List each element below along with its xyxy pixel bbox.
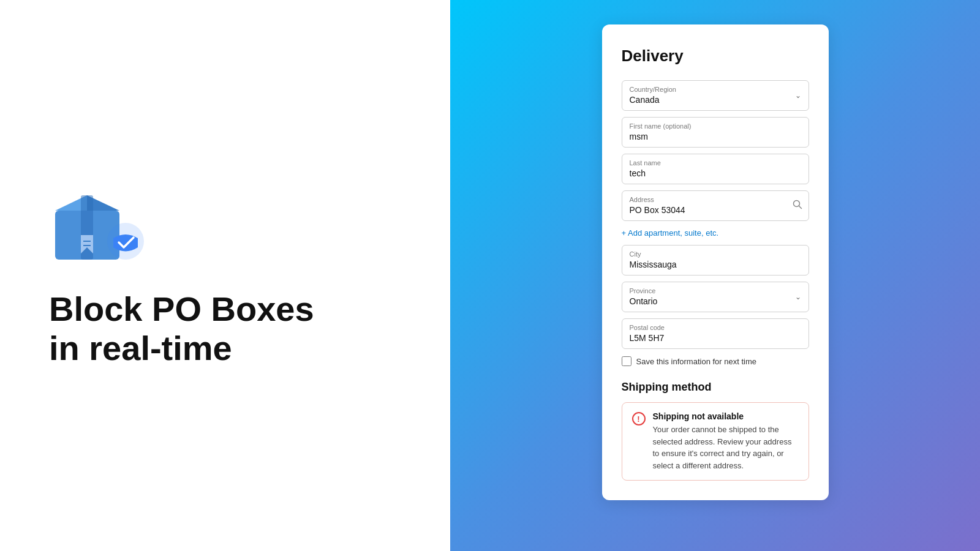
svg-line-9: [799, 206, 801, 209]
postal-code-input[interactable]: [630, 333, 801, 343]
postal-code-field: Postal code: [622, 318, 809, 349]
address-input[interactable]: [630, 205, 801, 215]
city-field: City: [622, 245, 809, 276]
province-field: Province Ontario British Columbia Albert…: [622, 282, 809, 312]
form-title: Delivery: [622, 47, 809, 66]
exclamation-icon: !: [637, 414, 639, 424]
last-name-label: Last name: [630, 159, 801, 167]
right-panel: Delivery Country/Region Canada United St…: [450, 0, 980, 551]
postal-code-label: Postal code: [630, 324, 801, 331]
save-info-label[interactable]: Save this information for next time: [636, 357, 757, 366]
city-label: City: [630, 250, 801, 258]
shipping-method-title: Shipping method: [622, 381, 809, 394]
save-info-row: Save this information for next time: [622, 356, 809, 366]
logo-area: [49, 183, 401, 265]
headline: Block PO Boxes in real-time: [49, 290, 401, 369]
add-apartment-link[interactable]: + Add apartment, suite, etc.: [622, 228, 719, 238]
country-select[interactable]: Canada United States United Kingdom Aust…: [630, 95, 801, 105]
headline-line2: in real-time: [49, 329, 401, 368]
first-name-input[interactable]: [630, 132, 801, 141]
error-icon: !: [632, 412, 646, 425]
country-label: Country/Region: [630, 86, 801, 93]
address-field: Address: [622, 190, 809, 221]
headline-line1: Block PO Boxes: [49, 290, 401, 329]
last-name-field: Last name: [622, 154, 809, 184]
address-search-button[interactable]: [793, 200, 802, 212]
province-select[interactable]: Ontario British Columbia Alberta Quebec …: [630, 296, 801, 306]
last-name-input[interactable]: [630, 168, 801, 178]
city-input[interactable]: [630, 260, 801, 269]
shipping-error-box: ! Shipping not available Your order cann…: [622, 402, 809, 481]
province-label: Province: [630, 287, 801, 294]
logo-icon: [49, 183, 147, 263]
form-card: Delivery Country/Region Canada United St…: [602, 24, 829, 500]
country-field: Country/Region Canada United States Unit…: [622, 80, 809, 111]
address-label: Address: [630, 196, 801, 203]
save-info-checkbox[interactable]: [622, 356, 631, 366]
search-icon: [793, 200, 802, 209]
left-panel: Block PO Boxes in real-time: [0, 0, 450, 551]
error-title: Shipping not available: [653, 411, 799, 421]
first-name-label: First name (optional): [630, 122, 801, 130]
first-name-field: First name (optional): [622, 117, 809, 148]
error-body: Your order cannot be shipped to the sele…: [653, 424, 799, 471]
error-content: Shipping not available Your order cannot…: [653, 411, 799, 471]
